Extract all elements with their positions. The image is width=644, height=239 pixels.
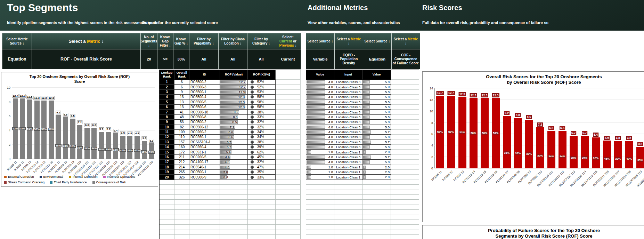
bar[interactable] — [91, 128, 97, 159]
empty-cell[interactable] — [174, 185, 189, 190]
empty-cell[interactable] — [391, 185, 419, 190]
segment-id-cell[interactable]: RC0500-12 — [189, 125, 220, 130]
empty-cell[interactable] — [276, 225, 301, 230]
rof-value-cell[interactable]: 7.2 — [220, 125, 248, 130]
empty-cell[interactable] — [189, 210, 220, 215]
rof-value-cell[interactable]: 3.8 — [220, 170, 248, 175]
metric-value-cell[interactable]: 4.0 — [306, 120, 334, 125]
overall-rank-cell[interactable]: 6 — [174, 85, 189, 89]
empty-cell[interactable] — [334, 185, 362, 190]
empty-cell[interactable] — [276, 125, 301, 130]
metric-score-cell[interactable]: 2.0 — [362, 165, 391, 170]
bar[interactable] — [113, 133, 118, 159]
overall-rank-cell[interactable]: 48 — [174, 115, 189, 120]
rof-kg-cell[interactable]: 58% — [248, 105, 276, 110]
metric-value-cell[interactable]: 4.0 — [306, 115, 334, 120]
segment-id-cell[interactable]: RC0500-9 — [189, 175, 220, 180]
metric-input-cell[interactable]: Location Class 3 — [334, 145, 362, 150]
empty-cell[interactable] — [334, 230, 362, 235]
lookup-rank-cell[interactable]: 1 — [160, 80, 174, 85]
metric-value-cell[interactable]: 4.0 — [306, 90, 334, 95]
rof-kg-cell[interactable]: 32% — [248, 120, 276, 125]
empty-cell[interactable] — [391, 165, 419, 170]
kg-percent-select[interactable]: 30% — [173, 49, 189, 69]
metric-input-cell[interactable]: Location Class 3 — [334, 155, 362, 160]
metric-score-cell[interactable]: 5.0 — [362, 105, 391, 110]
top-segments-chart[interactable]: Top 20 Onshore Segments by Overall Risk … — [1, 72, 158, 187]
overall-rank-cell[interactable]: 160 — [174, 145, 189, 150]
metric-value-cell[interactable]: 4.0 — [306, 160, 334, 165]
empty-cell[interactable] — [276, 140, 301, 145]
bar[interactable] — [84, 128, 90, 159]
rof-kg-cell[interactable]: 52% — [248, 80, 276, 85]
empty-cell[interactable] — [174, 235, 189, 239]
empty-cell[interactable] — [160, 195, 174, 200]
empty-cell[interactable] — [391, 95, 419, 99]
rof-value-cell[interactable]: 4.8 — [220, 165, 248, 170]
metric-input-cell[interactable]: Location Class 3 — [334, 95, 362, 99]
rof-value-cell[interactable]: 12.5 — [220, 90, 248, 95]
empty-cell[interactable] — [276, 80, 301, 85]
empty-cell[interactable] — [391, 130, 419, 135]
col-header-id[interactable]: ID — [189, 70, 220, 80]
empty-cell[interactable] — [391, 85, 419, 89]
empty-cell[interactable] — [248, 200, 276, 205]
rof-kg-cell[interactable]: 62% — [248, 150, 276, 154]
metric-value-cell[interactable]: 4.0 — [306, 110, 334, 114]
segment-id-cell[interactable]: RC0260-2 — [189, 130, 220, 135]
empty-cell[interactable] — [160, 185, 174, 190]
overall-rank-cell[interactable]: 109 — [174, 130, 189, 135]
empty-cell[interactable] — [391, 80, 419, 85]
metric-score-cell[interactable]: 5.7 — [362, 130, 391, 135]
empty-cell[interactable] — [276, 195, 301, 200]
empty-cell[interactable] — [276, 180, 301, 185]
empty-cell[interactable] — [276, 155, 301, 160]
empty-cell[interactable] — [334, 215, 362, 220]
empty-cell[interactable] — [248, 210, 276, 215]
col-header-input[interactable]: Input — [334, 70, 362, 80]
lookup-rank-cell[interactable]: 10 — [160, 125, 174, 130]
metric-input-cell[interactable]: Location Class 3 — [334, 110, 362, 114]
col-header-rof-kg[interactable]: ROF (KG%) — [248, 70, 276, 80]
empty-cell[interactable] — [189, 225, 220, 230]
bar[interactable] — [106, 132, 111, 159]
bar[interactable] — [503, 116, 511, 168]
metric-input-cell[interactable]: Location Class 3 — [334, 90, 362, 95]
rof-value-cell[interactable]: 12.3 — [220, 95, 248, 99]
metric-value-cell[interactable]: 1.0 — [306, 150, 334, 154]
rof-kg-cell[interactable]: 38% — [248, 110, 276, 114]
overall-rank-cell[interactable]: 326 — [174, 175, 189, 180]
empty-cell[interactable] — [174, 230, 189, 235]
metric-score-cell[interactable]: 5.0 — [362, 90, 391, 95]
empty-cell[interactable] — [276, 175, 301, 180]
metric-input-cell[interactable]: Location Class 3 — [334, 135, 362, 140]
empty-cell[interactable] — [276, 90, 301, 95]
empty-cell[interactable] — [276, 145, 301, 150]
probability-of-failure-chart[interactable]: Probability of Failure Scores for the To… — [422, 225, 644, 239]
empty-cell[interactable] — [160, 210, 174, 215]
overall-rank-cell[interactable]: 265 — [174, 170, 189, 175]
metric-input-cell[interactable]: Location Class 3 — [334, 115, 362, 120]
empty-cell[interactable] — [189, 190, 220, 195]
overall-rank-cell[interactable]: 13 — [174, 95, 189, 99]
segment-id-cell[interactable]: RC5931-1 — [189, 150, 220, 154]
overall-rank-cell[interactable]: 13 — [174, 100, 189, 105]
empty-cell[interactable] — [276, 190, 301, 195]
metric-value-cell[interactable]: 4.0 — [306, 130, 334, 135]
metric-score-cell[interactable]: 5.7 — [362, 140, 391, 145]
overall-rank-cell[interactable]: 157 — [174, 140, 189, 145]
rof-kg-cell[interactable]: 47% — [248, 165, 276, 170]
rof-kg-cell[interactable]: 52% — [248, 85, 276, 89]
metric-score-cell[interactable]: 5.0 — [362, 135, 391, 140]
segment-id-cell[interactable]: RC6540-1 — [189, 165, 220, 170]
empty-cell[interactable] — [334, 220, 362, 225]
empty-cell[interactable] — [248, 185, 276, 190]
empty-cell[interactable] — [306, 200, 334, 205]
lookup-rank-cell[interactable]: 8 — [160, 115, 174, 120]
metric-value-cell[interactable]: 4.0 — [306, 85, 334, 89]
overall-rank-cell[interactable]: 9 — [174, 90, 189, 95]
lookup-rank-cell[interactable]: 19 — [160, 170, 174, 175]
empty-cell[interactable] — [391, 120, 419, 125]
metric-input-cell[interactable]: Location Class 3 — [334, 140, 362, 145]
empty-cell[interactable] — [391, 140, 419, 145]
